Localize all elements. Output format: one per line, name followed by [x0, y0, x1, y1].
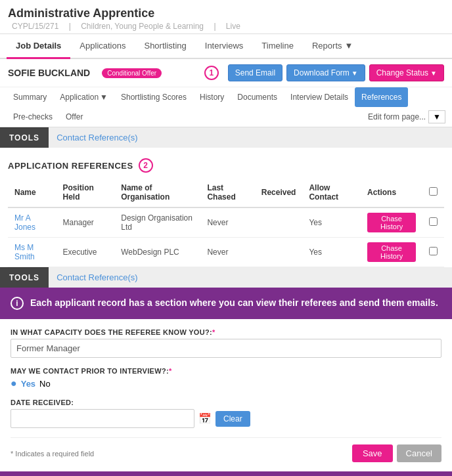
info-icon-1: i: [11, 297, 24, 310]
download-dropdown-icon: ▼: [351, 70, 358, 77]
tools-bar-2: TOOLS Contact Reference(s): [0, 267, 452, 288]
col-actions: Actions: [361, 178, 422, 207]
subnav-references[interactable]: References: [355, 87, 408, 107]
edit-form-dropdown-icon[interactable]: ▼: [428, 110, 445, 123]
ref1-checkbox[interactable]: [429, 217, 438, 226]
step-circle-1: 1: [204, 66, 219, 80]
download-form-button[interactable]: Download Form ▼: [286, 64, 365, 81]
send-email-button[interactable]: Send Email: [228, 64, 282, 81]
subnav-pre-checks[interactable]: Pre-checks: [7, 107, 59, 127]
tools-bar-1: TOOLS Contact Reference(s): [0, 127, 452, 148]
candidate-actions: Send Email Download Form ▼ Change Status…: [228, 64, 444, 81]
clear-date-button[interactable]: Clear: [215, 411, 250, 427]
tab-timeline[interactable]: Timeline: [252, 34, 303, 59]
application-dropdown-icon: ▼: [100, 93, 108, 102]
ref1-chase-history-button[interactable]: Chase History: [367, 213, 416, 232]
ref2-name: Ms M Smith: [8, 238, 56, 267]
radio-group: ● Yes No: [11, 378, 441, 389]
subtitle-ref: CYPL/15/271: [12, 22, 58, 31]
references-table: Name Position Held Name of Organisation …: [8, 178, 444, 267]
ref2-checkbox-cell: [422, 238, 444, 267]
app-title: Administrative Apprentice: [8, 7, 444, 20]
ref1-position: Manager: [56, 207, 114, 238]
ref2-received: [255, 238, 303, 267]
ref1-name-link[interactable]: Mr A Jones: [14, 213, 35, 232]
table-row: Ms M Smith Executive WebDesign PLC Never…: [8, 238, 444, 267]
ref2-checkbox[interactable]: [429, 247, 438, 255]
subnav-summary[interactable]: Summary: [7, 87, 53, 107]
references-title: APPLICATION REFERENCES: [8, 161, 133, 171]
ref2-organisation: WebDesign PLC: [114, 238, 200, 267]
tab-job-details[interactable]: Job Details: [7, 34, 70, 59]
sub-nav: Summary Application ▼ Shortlisting Score…: [0, 87, 452, 127]
col-name: Name: [8, 178, 56, 207]
edit-form-page-label: Edit form page...: [368, 112, 426, 121]
main-nav: Job Details Applications Shortlisting In…: [0, 34, 452, 59]
ref2-position: Executive: [56, 238, 114, 267]
subnav-documents[interactable]: Documents: [231, 87, 284, 107]
form-actions: Save Cancel: [352, 444, 441, 462]
ref2-action: Chase History: [361, 238, 422, 267]
purple-banner-1: i Each applicant record has a section wh…: [0, 288, 452, 319]
select-all-checkbox[interactable]: [429, 187, 438, 196]
col-received: Received: [255, 178, 303, 207]
subtitle-dept: Children, Young People & Learning: [81, 22, 204, 31]
radio-yes-selected-icon: ●: [11, 378, 17, 389]
ref1-last-chased: Never: [200, 207, 254, 238]
calendar-icon[interactable]: 📅: [198, 412, 212, 425]
contact-prior-label: MAY WE CONTACT PRIOR TO INTERVIEW?:*: [11, 367, 441, 375]
candidate-bar: SOFIE BUCKLAND Conditional Offer 1 Send …: [0, 59, 452, 87]
ref2-chase-history-button[interactable]: Chase History: [367, 242, 416, 262]
tab-interviews[interactable]: Interviews: [196, 34, 253, 59]
col-last-chased: Last Chased: [200, 178, 254, 207]
col-checkbox-header: [422, 178, 444, 207]
sub-nav-right: Edit form page... ▼: [368, 110, 445, 123]
change-status-dropdown-icon: ▼: [430, 70, 437, 77]
references-header: APPLICATION REFERENCES 2: [8, 154, 444, 178]
radio-yes-label[interactable]: Yes: [21, 379, 35, 389]
date-received-label: DATE RECEIVED:: [11, 399, 441, 406]
ref2-allow-contact: Yes: [302, 238, 361, 267]
radio-no-label[interactable]: No: [39, 379, 51, 389]
subnav-offer[interactable]: Offer: [59, 107, 89, 127]
tools-button-2[interactable]: TOOLS: [0, 268, 49, 288]
capacity-input[interactable]: [11, 339, 441, 358]
referee-form: IN WHAT CAPACITY DOES THE REFEREE KNOW Y…: [0, 319, 452, 471]
tab-applications[interactable]: Applications: [70, 34, 135, 59]
subnav-interview-details[interactable]: Interview Details: [284, 87, 355, 107]
candidate-left: SOFIE BUCKLAND Conditional Offer: [8, 68, 162, 78]
subtitle-status: Live: [226, 22, 240, 31]
subnav-application[interactable]: Application ▼: [53, 87, 114, 107]
references-section: APPLICATION REFERENCES 2 Name Position H…: [0, 148, 452, 267]
ref2-last-chased: Never: [200, 238, 254, 267]
save-button[interactable]: Save: [352, 444, 393, 462]
cancel-button[interactable]: Cancel: [397, 444, 441, 462]
conditional-offer-badge: Conditional Offer: [102, 68, 162, 78]
ref1-allow-contact: Yes: [302, 207, 361, 238]
ref2-name-link[interactable]: Ms M Smith: [14, 243, 35, 261]
contact-reference-link-2[interactable]: Contact Reference(s): [49, 267, 452, 288]
capacity-field-group: IN WHAT CAPACITY DOES THE REFEREE KNOW Y…: [11, 328, 441, 358]
col-allow-contact: Allow Contact: [302, 178, 361, 207]
col-organisation: Name of Organisation: [114, 178, 200, 207]
tools-button-1[interactable]: TOOLS: [0, 128, 49, 148]
table-row: Mr A Jones Manager Design Organisation L…: [8, 207, 444, 238]
top-header: Administrative Apprentice CYPL/15/271 | …: [0, 0, 452, 34]
step-circle-2: 2: [139, 158, 153, 173]
tab-reports[interactable]: Reports ▼: [303, 34, 362, 59]
ref1-checkbox-cell: [422, 207, 444, 238]
change-status-button[interactable]: Change Status ▼: [369, 64, 444, 81]
col-position: Position Held: [56, 178, 114, 207]
ref1-received: [255, 207, 303, 238]
subnav-shortlisting-scores[interactable]: Shortlisting Scores: [114, 87, 193, 107]
ref1-name: Mr A Jones: [8, 207, 56, 238]
ref1-organisation: Design Organisation Ltd: [114, 207, 200, 238]
purple-banner-1-text: Each applicant record has a section wher…: [30, 297, 438, 308]
date-input[interactable]: [11, 409, 194, 428]
form-footer: * Indicates a required field Save Cancel: [11, 437, 441, 462]
subnav-history[interactable]: History: [193, 87, 231, 107]
tab-shortlisting[interactable]: Shortlisting: [135, 34, 195, 59]
contact-reference-link-1[interactable]: Contact Reference(s): [49, 127, 452, 148]
app-subtitle: CYPL/15/271 | Children, Young People & L…: [8, 22, 444, 31]
ref1-action: Chase History: [361, 207, 422, 238]
